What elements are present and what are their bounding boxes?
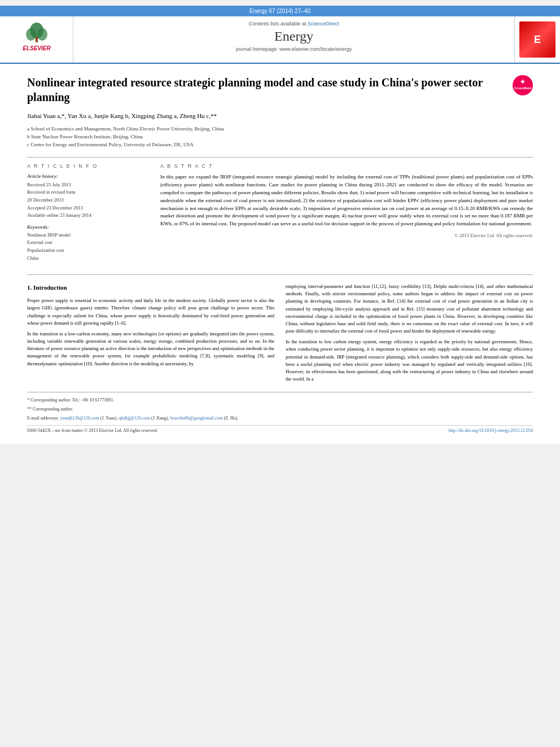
affiliations: a School of Economics and Management, No… <box>27 125 533 149</box>
introduction-title: 1. Introduction <box>27 283 274 292</box>
footnote-emails: E-mail addresses: yuanjh126@126.com (J. … <box>27 415 533 422</box>
article-history-heading: Article history: <box>27 173 151 179</box>
svg-rect-3 <box>36 37 38 42</box>
footnotes-section: * Corresponding author. Tel.: +86 10 617… <box>27 392 533 433</box>
journal-logo-box: E <box>519 21 555 58</box>
intro-para-2: In the transition to a low-carbon econom… <box>27 330 274 368</box>
journal-info-center: Contents lists available at ScienceDirec… <box>73 16 515 63</box>
article-info-abstract-section: A R T I C L E I N F O Article history: R… <box>27 157 533 267</box>
right-body-col: employing interval-parameter and functio… <box>286 283 533 386</box>
section-number: 1. <box>27 284 32 291</box>
journal-citation-text: Energy 67 (2014) 27–40 <box>250 8 310 14</box>
keyword-3: Popularization cost <box>27 247 151 255</box>
received-revised-label: Received in revised form <box>27 189 151 196</box>
abstract-col: A B S T R A C T In this paper we expand … <box>160 163 533 267</box>
keyword-2: External cost <box>27 239 151 247</box>
svg-text:ELSEVIER: ELSEVIER <box>23 45 51 51</box>
page: Energy 67 (2014) 27–40 ELSEVIER Contents… <box>0 6 560 444</box>
doi-link[interactable]: http://dx.doi.org/10.1016/j.energy.2013.… <box>448 428 533 433</box>
authors-line: Jiahai Yuan a,*, Yan Xu a, Junjie Kang b… <box>27 111 533 121</box>
email-yuan-name: (J. Yuan), <box>100 416 119 421</box>
keywords-heading: Keywords: <box>27 224 151 230</box>
right-para-1: employing interval-parameter and functio… <box>286 283 533 335</box>
right-para-2: In the transition to low carbon energy s… <box>286 338 533 383</box>
paper-title: Nonlinear integrated resource strategic … <box>27 75 504 104</box>
svg-point-1 <box>26 28 36 41</box>
journal-name: Energy <box>79 29 509 44</box>
revised-date: 20 December 2013 <box>27 196 151 204</box>
journal-header: ELSEVIER Contents lists available at Sci… <box>0 16 560 64</box>
footnote-2: ** Corresponding author. <box>27 406 533 413</box>
article-history-block: Article history: Received 25 July 2013 R… <box>27 173 151 220</box>
email-kang-name: (J. Kang), <box>151 416 170 421</box>
copyright-line: © 2013 Elsevier Ltd. All rights reserved… <box>160 233 533 238</box>
available-online-date: Available online 23 January 2014 <box>27 212 151 220</box>
accepted-date: Accepted 23 December 2013 <box>27 204 151 212</box>
footnote-1: * Corresponding author. Tel.: +86 10 617… <box>27 397 533 404</box>
authors-text: Jiahai Yuan a,*, Yan Xu a, Junjie Kang b… <box>27 112 217 119</box>
journal-homepage: journal homepage: www.elsevier.com/locat… <box>79 46 509 52</box>
journal-logo-right: E <box>515 16 560 63</box>
affiliation-c: c Center for Energy and Environmental Po… <box>27 141 533 148</box>
journal-citation-bar: Energy 67 (2014) 27–40 <box>0 6 560 16</box>
footer-bottom: 0360-5442/$ – see front matter © 2013 El… <box>27 425 533 433</box>
crossmark-circle: ✚CrossMark <box>513 75 533 95</box>
keywords-block: Keywords: Nonlinear IRSP model External … <box>27 224 151 262</box>
email-label: E-mail addresses: <box>27 416 60 421</box>
left-body-col: 1. Introduction Proper power supply is e… <box>27 283 274 386</box>
section-divider <box>27 274 533 275</box>
email-hu[interactable]: brucehu06@googlemail.com <box>170 416 223 421</box>
main-body: 1. Introduction Proper power supply is e… <box>27 283 533 386</box>
intro-para-1: Proper power supply is essential to econ… <box>27 297 274 327</box>
issn-line: 0360-5442/$ – see front matter © 2013 El… <box>27 428 158 433</box>
article-info-heading: A R T I C L E I N F O <box>27 163 151 169</box>
paper-content: Nonlinear integrated resource strategic … <box>0 64 560 444</box>
keyword-1: Nonlinear IRSP model <box>27 231 151 239</box>
article-info-col: A R T I C L E I N F O Article history: R… <box>27 163 151 267</box>
crossmark-badge[interactable]: ✚CrossMark <box>513 75 533 95</box>
keyword-4: China <box>27 255 151 263</box>
email-yuan[interactable]: yuanjh126@126.com <box>60 416 99 421</box>
title-section: Nonlinear integrated resource strategic … <box>27 75 533 104</box>
abstract-text: In this paper we expand the IRSP (integr… <box>160 173 533 229</box>
publisher-logo-area: ELSEVIER <box>0 16 73 63</box>
section-title-text: Introduction <box>33 284 67 291</box>
svg-point-2 <box>37 28 47 41</box>
email-kang[interactable]: qkdkjj@126.com <box>119 416 150 421</box>
sciencedirect-link[interactable]: ScienceDirect <box>308 21 339 27</box>
elsevier-logo-svg: ELSEVIER <box>11 22 62 56</box>
email-hu-name: (Z. Hu). <box>224 416 238 421</box>
elsevier-logo: ELSEVIER <box>11 22 62 57</box>
crossmark-label: ✚CrossMark <box>514 80 531 91</box>
received-date: Received 25 July 2013 <box>27 181 151 189</box>
sciencedirect-line: Contents lists available at ScienceDirec… <box>79 21 509 27</box>
affiliation-b: b State Nuclear Power Research Institute… <box>27 133 533 141</box>
affiliation-a: a School of Economics and Management, No… <box>27 125 533 133</box>
abstract-heading: A B S T R A C T <box>160 163 533 169</box>
